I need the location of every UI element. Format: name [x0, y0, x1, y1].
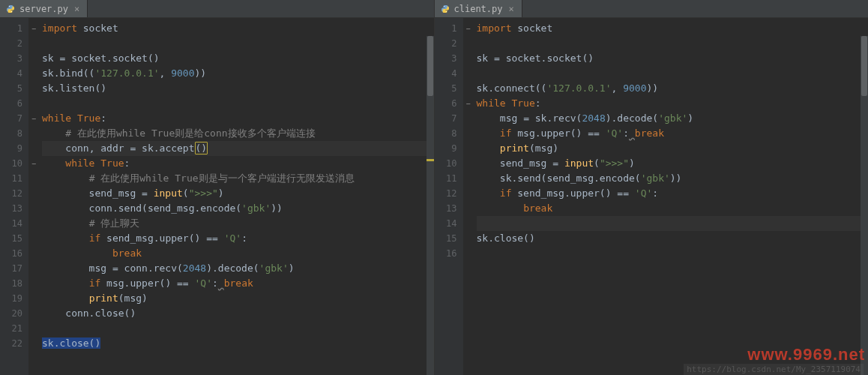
tab-bar: client.py ×: [435, 0, 869, 18]
scrollbar-thumb[interactable]: [861, 36, 867, 96]
ide-root: server.py × 1234567891011121314151617181…: [0, 0, 868, 375]
scrollbar-thumb[interactable]: [427, 36, 433, 96]
svg-point-3: [446, 11, 447, 12]
scrollbar-marker: [427, 159, 434, 161]
python-file-icon: [441, 4, 450, 14]
code-content[interactable]: import socketsk = socket.socket()sk.bind…: [39, 18, 434, 375]
scrollbar-vertical[interactable]: [427, 36, 434, 375]
python-file-icon: [6, 4, 15, 14]
line-gutter[interactable]: 12345678910111213141516171819202122: [0, 18, 28, 375]
tab-client[interactable]: client.py ×: [435, 0, 522, 17]
svg-point-1: [11, 11, 12, 12]
close-icon[interactable]: ×: [73, 4, 81, 14]
editor-pane-left: server.py × 1234567891011121314151617181…: [0, 0, 435, 375]
watermark-text: www.9969.net: [747, 345, 865, 364]
fold-column[interactable]: −−: [463, 18, 474, 375]
tab-server[interactable]: server.py ×: [0, 0, 88, 17]
svg-point-2: [444, 6, 444, 7]
editor-pane-right: client.py × 12345678910111213141516 −− i…: [435, 0, 869, 375]
fold-column[interactable]: −−−: [28, 18, 39, 375]
scrollbar-vertical[interactable]: [861, 36, 868, 375]
status-url: https://blog.csdn.net/My_2357119074: [684, 364, 864, 375]
editor-area[interactable]: 12345678910111213141516 −− import socket…: [435, 18, 869, 375]
close-icon[interactable]: ×: [507, 4, 516, 14]
svg-point-0: [9, 6, 10, 7]
editor-area[interactable]: 12345678910111213141516171819202122 −−− …: [0, 18, 434, 375]
code-content[interactable]: import socketsk = socket.socket()sk.conn…: [474, 18, 869, 375]
tab-label: server.py: [19, 4, 68, 14]
line-gutter[interactable]: 12345678910111213141516: [435, 18, 463, 375]
tab-label: client.py: [454, 4, 503, 14]
tab-bar: server.py ×: [0, 0, 434, 18]
